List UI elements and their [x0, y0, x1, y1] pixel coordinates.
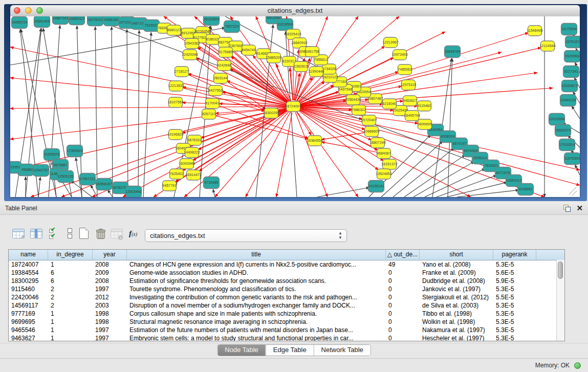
- graph-node[interactable]: 6216040: [382, 99, 396, 109]
- graph-node[interactable]: 3915951: [10, 162, 21, 173]
- graph-node[interactable]: 9227341: [563, 66, 579, 78]
- graph-node[interactable]: 7625402: [169, 169, 183, 179]
- graph-node[interactable]: 17359924: [67, 145, 82, 157]
- table-row[interactable]: 977716911998Corpus callosum shape and si…: [9, 310, 564, 318]
- column-header-in_degree[interactable]: in_degree: [48, 250, 93, 260]
- column-header-out_de[interactable]: △ out_de...: [386, 250, 420, 260]
- graph-node[interactable]: 10688609: [363, 126, 379, 137]
- graph-node[interactable]: 22420046: [182, 50, 198, 60]
- graph-node[interactable]: 11675300: [564, 153, 580, 165]
- graph-node[interactable]: 15751874: [565, 36, 580, 48]
- tab-node-table[interactable]: Node Table: [217, 345, 266, 356]
- table-row[interactable]: 2242004622012Investigating the contribut…: [9, 293, 564, 301]
- column-header-name[interactable]: name: [9, 250, 48, 260]
- graph-node[interactable]: 8170041: [205, 98, 219, 108]
- close-panel-icon[interactable]: ✕: [576, 204, 583, 213]
- zoom-window-icon[interactable]: [36, 7, 43, 14]
- graph-node[interactable]: 9457791: [162, 181, 176, 191]
- table-mode-button[interactable]: ⚙: [11, 227, 26, 240]
- table-row[interactable]: 1830029562008Estimation of significance …: [9, 277, 564, 285]
- graph-node[interactable]: 12093872: [561, 80, 577, 92]
- graph-node[interactable]: 12124544: [539, 41, 555, 51]
- graph-node[interactable]: 18724007: [285, 101, 301, 112]
- show-columns-button[interactable]: [29, 227, 43, 240]
- column-header-year[interactable]: year: [93, 250, 127, 260]
- minimize-window-icon[interactable]: [25, 7, 32, 14]
- table-scrollbar[interactable]: [556, 260, 564, 341]
- graph-node[interactable]: 14136141: [368, 181, 384, 192]
- graph-node[interactable]: 2718127: [175, 67, 188, 77]
- graph-node[interactable]: 7857224: [224, 21, 240, 33]
- graph-node[interactable]: 9175685: [219, 47, 232, 57]
- graph-node[interactable]: 16648784: [444, 46, 460, 58]
- graph-node[interactable]: 16914471: [185, 170, 201, 180]
- graph-node[interactable]: 12505135: [57, 171, 73, 183]
- graph-node[interactable]: 12923446: [125, 186, 141, 198]
- graph-node[interactable]: 1362815: [294, 61, 308, 72]
- graph-node[interactable]: 12213967: [382, 37, 398, 48]
- table-select-dropdown[interactable]: citations_edges.txt ▲▼: [145, 229, 347, 242]
- graph-node[interactable]: 16093948: [179, 159, 194, 169]
- graph-node[interactable]: 8267110: [202, 109, 216, 119]
- graph-node[interactable]: 9242848: [217, 60, 231, 71]
- graph-node[interactable]: 16151372: [381, 159, 397, 169]
- function-builder-button[interactable]: f(x): [126, 227, 140, 240]
- graph-node[interactable]: 18300295: [263, 108, 279, 118]
- graph-node[interactable]: 12016554: [549, 114, 564, 125]
- graph-node[interactable]: 20206576: [43, 149, 59, 161]
- table-row[interactable]: 1456911722003Disruption of a novel membe…: [9, 301, 564, 310]
- graph-node[interactable]: 20691406: [34, 16, 50, 28]
- select-columns-button[interactable]: ✔ ✔: [46, 227, 60, 240]
- hide-columns-button[interactable]: [62, 227, 77, 240]
- graph-node[interactable]: 6466160: [104, 16, 120, 26]
- graph-node[interactable]: 10973493: [391, 50, 407, 60]
- graph-node[interactable]: 18807249: [369, 138, 385, 148]
- delete-table-button[interactable]: [93, 227, 107, 240]
- graph-node[interactable]: 16958167: [96, 179, 112, 190]
- float-panel-icon[interactable]: [563, 205, 571, 212]
- graph-node[interactable]: 8427552: [208, 85, 222, 96]
- graph-node[interactable]: 2803144: [213, 73, 227, 83]
- graph-node[interactable]: 19384554: [307, 136, 322, 146]
- graph-node[interactable]: 12444139: [560, 95, 576, 106]
- graph-node[interactable]: 20564436: [345, 95, 361, 105]
- graph-node[interactable]: 19218596: [277, 19, 293, 31]
- graph-node[interactable]: 6961758: [305, 47, 319, 57]
- import-table-button[interactable]: x: [110, 227, 124, 240]
- column-header-short[interactable]: short: [420, 250, 493, 260]
- graph-node[interactable]: 15692071: [555, 125, 571, 137]
- graph-node[interactable]: 9245652: [518, 184, 534, 195]
- graph-node[interactable]: 19887341: [52, 16, 68, 25]
- graph-node[interactable]: 9684067: [377, 148, 390, 159]
- graph-node[interactable]: 8454749: [242, 45, 255, 55]
- graph-node[interactable]: 9463627: [403, 96, 417, 106]
- graph-node[interactable]: 11175394: [561, 24, 577, 35]
- table-row[interactable]: 1872400712008Changes of HCN gene express…: [9, 260, 564, 269]
- graph-node[interactable]: 12975115: [401, 80, 417, 90]
- graph-node[interactable]: 15720407: [361, 115, 377, 125]
- graph-node[interactable]: 5878331: [187, 135, 201, 145]
- graph-node[interactable]: 11990448: [309, 67, 324, 77]
- graph-node[interactable]: 7986322: [352, 105, 365, 115]
- graph-node[interactable]: 9115460: [418, 101, 431, 111]
- scrollbar-thumb[interactable]: [558, 261, 563, 279]
- graph-node[interactable]: 14498222: [184, 147, 200, 158]
- graph-node[interactable]: 15276021: [87, 16, 103, 26]
- table-row[interactable]: 946554611997Estimation of the future num…: [9, 326, 564, 334]
- graph-node[interactable]: 9716485: [204, 177, 220, 189]
- graph-node[interactable]: 18107554: [167, 97, 183, 107]
- graph-node[interactable]: 18495794: [404, 111, 420, 121]
- graph-node[interactable]: 17016514: [559, 139, 575, 151]
- graph-node[interactable]: 11548498: [527, 26, 543, 36]
- network-canvas[interactable]: 2405572420691406198873411065532715276021…: [10, 16, 580, 197]
- graph-node[interactable]: 12942757: [33, 165, 49, 177]
- table-row[interactable]: 946362711997Embryonic stem cells: a mode…: [9, 334, 564, 341]
- graph-node[interactable]: 9329966: [564, 51, 580, 62]
- tab-network-table[interactable]: Network Table: [314, 345, 371, 356]
- graph-node[interactable]: 6734028: [322, 64, 336, 74]
- graph-node[interactable]: 17957222: [79, 173, 95, 185]
- graph-node[interactable]: 8660123: [167, 25, 181, 35]
- graph-node[interactable]: 9699695: [418, 119, 431, 129]
- tab-edge-table[interactable]: Edge Table: [266, 345, 314, 356]
- graph-node[interactable]: 12213533: [168, 81, 184, 91]
